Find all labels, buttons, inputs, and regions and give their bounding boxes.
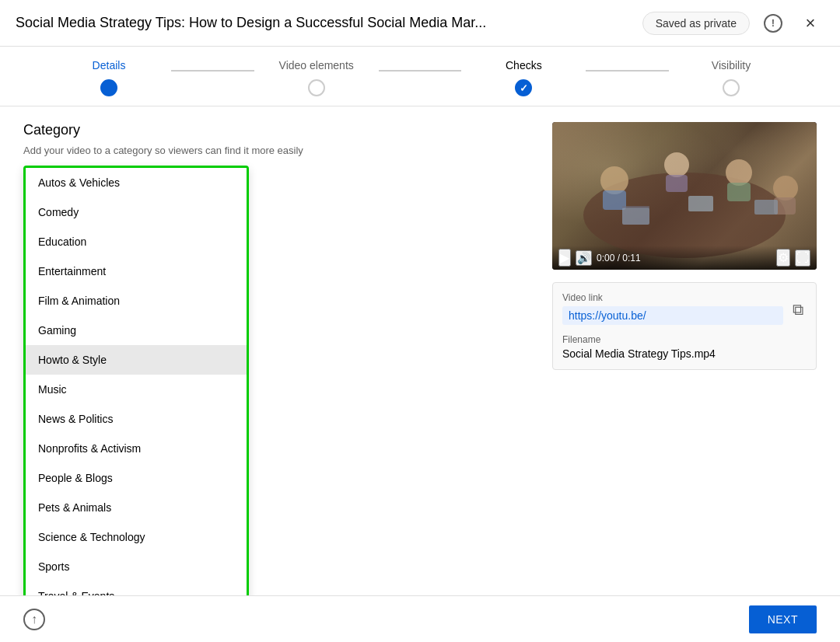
upload-icon: ↑ [23, 609, 45, 630]
list-item[interactable]: Nonprofits & Activism [26, 434, 247, 463]
step-checks[interactable]: Checks ✓ [461, 59, 586, 96]
play-button[interactable]: ▶ [558, 249, 571, 267]
saved-as-private-badge[interactable]: Saved as private [642, 12, 750, 35]
video-preview: ▶ 🔊 0:00 / 0:11 ⚙ ⛶ [552, 122, 817, 270]
header-actions: Saved as private ! × [642, 9, 824, 37]
header: Social Media Strategy Tips: How to Desig… [0, 0, 840, 47]
upload-button[interactable]: ↑ [23, 609, 45, 630]
step-details[interactable]: Details [47, 59, 171, 96]
category-dropdown[interactable]: Autos & VehiclesComedyEducationEntertain… [23, 166, 249, 601]
svg-rect-11 [688, 196, 713, 211]
fullscreen-button[interactable]: ⛶ [795, 249, 810, 267]
category-description: Add your video to a category so viewers … [23, 145, 529, 156]
left-panel: Category Add your video to a category so… [23, 122, 529, 581]
svg-point-1 [600, 166, 628, 194]
connector-3 [586, 70, 669, 72]
stepper: Details Video elements Checks ✓ Visibili… [0, 47, 840, 106]
volume-button[interactable]: 🔊 [576, 250, 592, 266]
svg-rect-9 [622, 208, 649, 225]
footer-left: ↑ [23, 609, 45, 630]
video-link-row: Video link https://youtu.be/ ⧉ [562, 292, 807, 326]
filename-row: Filename Social Media Strategy Tips.mp4 [562, 334, 807, 360]
video-time: 0:00 / 0:11 [597, 253, 641, 263]
checkmark-icon: ✓ [520, 82, 528, 94]
connector-1 [171, 70, 254, 72]
category-list[interactable]: Autos & VehiclesComedyEducationEntertain… [23, 166, 249, 601]
list-item[interactable]: People & Blogs [26, 463, 247, 493]
video-info-section: Video link https://youtu.be/ ⧉ Filename … [552, 282, 817, 370]
step-details-label: Details [93, 59, 126, 72]
footer: ↑ NEXT [0, 595, 840, 642]
svg-point-5 [726, 159, 752, 186]
next-button[interactable]: NEXT [749, 605, 817, 633]
copy-icon: ⧉ [793, 301, 803, 318]
step-checks-label: Checks [506, 59, 542, 72]
step-video-elements-circle [308, 79, 325, 96]
step-visibility-label: Visibility [712, 59, 751, 72]
list-item[interactable]: Gaming [26, 316, 247, 345]
list-item[interactable]: Howto & Style [26, 345, 247, 375]
video-controls: ▶ 🔊 0:00 / 0:11 ⚙ ⛶ [552, 246, 817, 270]
category-title: Category [23, 122, 529, 138]
step-video-elements[interactable]: Video elements [254, 59, 379, 96]
settings-button[interactable]: ⚙ [776, 249, 790, 267]
connector-2 [379, 70, 462, 72]
page-title: Social Media Strategy Tips: How to Desig… [16, 15, 622, 31]
video-link-label: Video link [562, 292, 783, 303]
svg-rect-6 [727, 183, 751, 201]
list-item[interactable]: News & Politics [26, 404, 247, 434]
svg-rect-4 [666, 175, 688, 192]
svg-rect-12 [754, 200, 778, 215]
step-details-circle [100, 79, 117, 96]
list-item[interactable]: Education [26, 227, 247, 256]
step-video-elements-label: Video elements [279, 59, 354, 72]
list-item[interactable]: Entertainment [26, 256, 247, 286]
alert-icon: ! [764, 14, 782, 33]
filename-value: Social Media Strategy Tips.mp4 [562, 347, 807, 360]
copy-link-button[interactable]: ⧉ [789, 298, 807, 322]
list-item[interactable]: Comedy [26, 197, 247, 227]
svg-rect-10 [622, 206, 649, 208]
main-content: Category Add your video to a category so… [0, 106, 840, 596]
list-item[interactable]: Sports [26, 552, 247, 581]
list-item[interactable]: Pets & Animals [26, 493, 247, 522]
svg-point-7 [773, 176, 798, 201]
step-visibility[interactable]: Visibility [669, 59, 793, 96]
step-checks-circle: ✓ [515, 79, 532, 96]
list-item[interactable]: Autos & Vehicles [26, 168, 247, 197]
list-item[interactable]: Music [26, 375, 247, 404]
list-item[interactable]: Science & Technology [26, 522, 247, 552]
svg-point-3 [664, 152, 689, 177]
list-item[interactable]: Film & Animation [26, 286, 247, 316]
close-button[interactable]: × [796, 9, 824, 37]
close-icon: × [806, 13, 816, 33]
video-link-url[interactable]: https://youtu.be/ [562, 306, 783, 325]
filename-label: Filename [562, 334, 807, 345]
step-visibility-circle [723, 79, 740, 96]
right-panel: ▶ 🔊 0:00 / 0:11 ⚙ ⛶ Video link https://y… [552, 122, 817, 581]
alert-button[interactable]: ! [759, 9, 787, 37]
